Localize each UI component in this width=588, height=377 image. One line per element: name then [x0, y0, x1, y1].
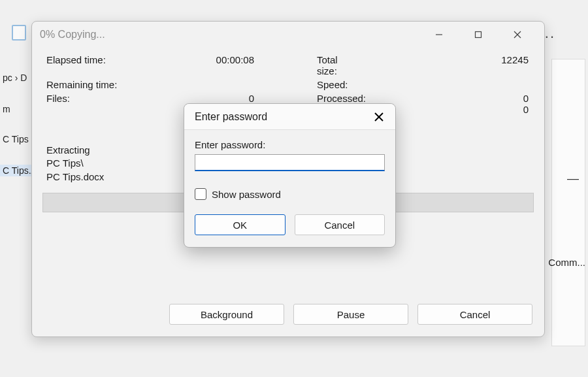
ok-button[interactable]: OK	[195, 214, 286, 235]
password-cancel-button[interactable]: Cancel	[295, 214, 385, 235]
copy-titlebar: 0% Copying...	[32, 22, 544, 48]
show-password-row[interactable]: Show password	[195, 188, 385, 200]
show-password-label: Show password	[212, 189, 281, 200]
password-input[interactable]	[195, 154, 385, 171]
copy-actions: Background Pause Cancel	[169, 304, 532, 325]
maximize-button[interactable]	[463, 24, 493, 45]
show-password-checkbox[interactable]	[195, 188, 206, 200]
right-panel-label: Comm...	[548, 257, 585, 268]
right-panel	[551, 59, 585, 346]
paste-icon	[12, 25, 26, 41]
minimize-button[interactable]	[424, 24, 454, 45]
stats-grid: Elapsed time: 00:00:08 Total size: 12245…	[32, 48, 544, 104]
cancel-button[interactable]: Cancel	[417, 304, 532, 325]
files-value: 0	[151, 93, 255, 104]
password-label: Enter password:	[195, 139, 385, 150]
right-dash: —	[567, 172, 579, 186]
processed-value: 0	[347, 93, 530, 104]
processed-label: Processed:	[255, 93, 347, 104]
close-icon[interactable]	[370, 108, 387, 125]
background-button[interactable]: Background	[169, 304, 284, 325]
copy-title: 0% Copying...	[40, 29, 424, 41]
svg-rect-1	[476, 32, 482, 38]
left-pane-item[interactable]: C Tips	[3, 134, 29, 144]
remaining-value	[151, 79, 255, 90]
password-titlebar: Enter password	[184, 104, 395, 130]
speed-label: Speed:	[255, 79, 347, 90]
password-title: Enter password	[195, 111, 370, 123]
password-dialog: Enter password Enter password: Show pass…	[184, 103, 396, 248]
close-button[interactable]	[502, 24, 532, 45]
elapsed-label: Elapsed time:	[46, 54, 151, 76]
total-value: 12245	[347, 54, 530, 76]
speed-value	[347, 79, 530, 90]
remaining-label: Remaining time:	[46, 79, 151, 90]
files-label: Files:	[46, 93, 151, 104]
left-pane-item[interactable]: m	[3, 104, 10, 114]
total-label: Total size:	[255, 54, 347, 76]
pause-button[interactable]: Pause	[293, 304, 408, 325]
breadcrumb-tail: pc › D	[3, 73, 27, 83]
elapsed-value: 00:00:08	[151, 54, 255, 76]
